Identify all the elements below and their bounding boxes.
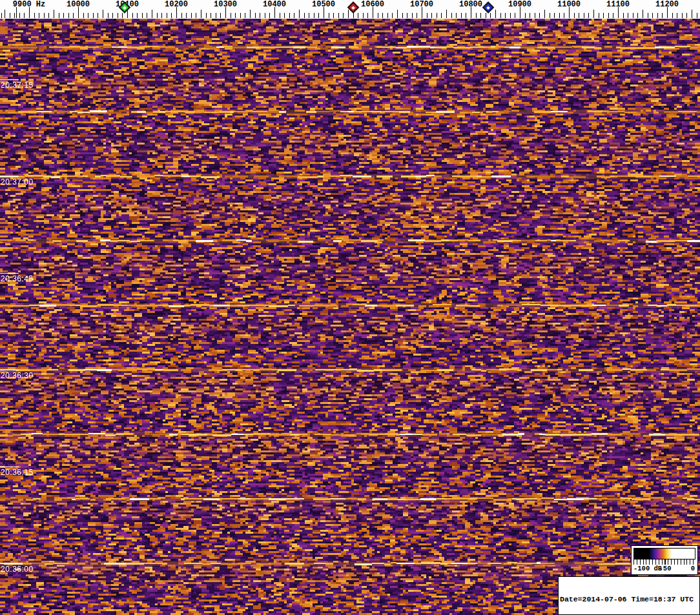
freq-tick-label: 11200 bbox=[655, 0, 679, 9]
time-tick bbox=[0, 467, 19, 467]
freq-tick-label: 10200 bbox=[165, 0, 188, 9]
time-label: 20:36:30 bbox=[1, 371, 34, 380]
info-line-date: Date=2014-07-06 Time=18:37 UTC bbox=[560, 595, 698, 604]
time-tick bbox=[0, 273, 19, 274]
time-tick bbox=[0, 563, 19, 564]
time-label: 20:36:00 bbox=[1, 565, 34, 574]
time-tick bbox=[0, 79, 19, 80]
spectrogram-window: 9900 Hz100001010010200103001040010500106… bbox=[0, 0, 700, 615]
colorbar-label-max: 0 bbox=[691, 565, 695, 572]
freq-tick-label: 11000 bbox=[557, 0, 581, 9]
freq-tick-label: 10800 bbox=[459, 0, 482, 9]
marker-blue-core bbox=[486, 6, 490, 10]
time-label: 20:37:00 bbox=[1, 177, 34, 187]
freq-tick-label: 10300 bbox=[214, 0, 237, 9]
info-panel: Date=2014-07-06 Time=18:37 UTC Freq=143 … bbox=[558, 576, 700, 615]
freq-tick-label: 10500 bbox=[312, 0, 335, 9]
freq-tick-label: 10600 bbox=[361, 0, 384, 9]
colorbar-legend: -100 dB -50 0 bbox=[631, 545, 698, 575]
frequency-ruler: 9900 Hz100001010010200103001040010500106… bbox=[0, 0, 700, 19]
time-label: 20:36:45 bbox=[1, 274, 34, 283]
freq-tick-label: 10900 bbox=[508, 0, 531, 9]
marker-green-core bbox=[123, 6, 127, 10]
time-tick bbox=[0, 176, 19, 177]
time-label: 20:36:15 bbox=[1, 468, 34, 477]
freq-tick-label: 10700 bbox=[410, 0, 433, 9]
waterfall-display bbox=[0, 19, 700, 615]
time-tick bbox=[0, 370, 19, 370]
freq-tick-label: 10000 bbox=[67, 0, 90, 9]
colorbar-tick-scale bbox=[633, 560, 695, 565]
freq-tick-label: 9900 Hz bbox=[13, 0, 45, 9]
colorbar-gradient bbox=[633, 548, 695, 560]
freq-tick-label: 11100 bbox=[606, 0, 630, 9]
freq-tick-label: 10400 bbox=[263, 0, 286, 9]
time-label: 20:37:15 bbox=[1, 81, 34, 90]
marker-red-core bbox=[351, 6, 355, 10]
colorbar-label-mid: -50 bbox=[659, 565, 672, 572]
colorbar-label-min: -100 dB bbox=[633, 565, 662, 572]
